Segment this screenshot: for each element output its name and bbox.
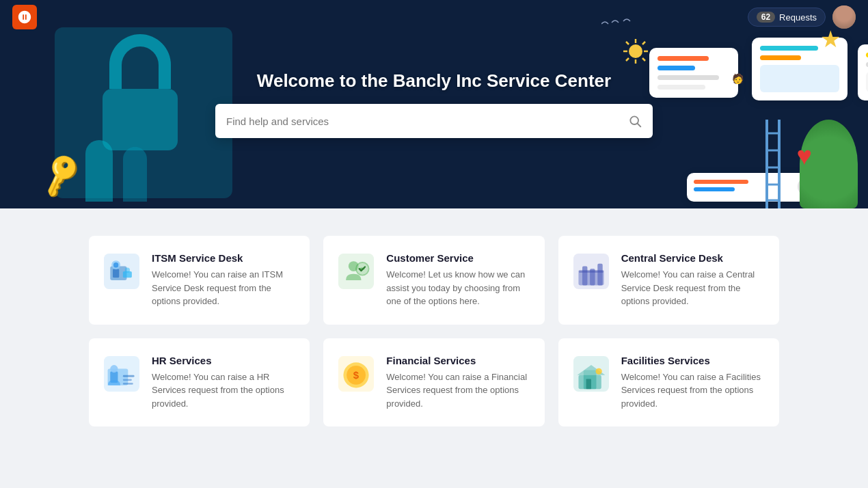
svg-rect-30 — [582, 267, 587, 286]
search-input[interactable] — [226, 116, 621, 127]
service-title-hr: HR Services — [152, 355, 296, 366]
service-card-central[interactable]: Central Service Desk Welcome! You can ra… — [558, 236, 779, 325]
search-icon — [628, 114, 642, 128]
svg-rect-33 — [578, 270, 603, 273]
services-grid: ITSM Service Desk Welcome! You can raise… — [89, 236, 779, 426]
svg-rect-48 — [586, 379, 591, 389]
service-title-customer: Customer Service — [386, 252, 530, 264]
svg-point-24 — [125, 267, 130, 272]
service-body-central: Central Service Desk Welcome! You can ra… — [621, 252, 765, 308]
service-icon-central — [572, 252, 610, 290]
padlock-body — [103, 89, 178, 150]
service-body-facilities: Facilities Services Welcome! You can rai… — [621, 355, 765, 411]
padlock-shape — [89, 14, 191, 150]
card1-line2 — [657, 66, 695, 70]
logo[interactable] — [12, 5, 37, 29]
silhouette-right — [123, 147, 147, 202]
avatar[interactable] — [832, 5, 856, 29]
service-card-itsm[interactable]: ITSM Service Desk Welcome! You can raise… — [89, 236, 310, 325]
svg-point-37 — [110, 365, 118, 372]
service-body-financial: Financial Services Welcome! You can rais… — [386, 355, 530, 411]
svg-line-6 — [642, 58, 645, 61]
service-desc-hr: Welcome! You can raise a HR Services req… — [152, 370, 296, 411]
silhouette-left — [85, 140, 113, 202]
svg-rect-32 — [597, 264, 602, 286]
service-card-facilities[interactable]: Facilities Services Welcome! You can rai… — [558, 338, 779, 427]
ill-card-3: 🧑 — [858, 44, 868, 100]
service-card-financial[interactable]: $ Financial Services Welcome! You can ra… — [323, 338, 544, 427]
svg-line-5 — [626, 42, 629, 44]
padlock-shackle — [109, 34, 171, 89]
service-desc-itsm: Welcome! You can raise an ITSM Service D… — [152, 268, 296, 308]
topbar-right: 62 Requests — [748, 5, 856, 29]
service-title-itsm: ITSM Service Desk — [152, 252, 296, 264]
requests-count: 62 — [757, 12, 775, 23]
service-desc-central: Welcome! You can raise a Central Service… — [621, 268, 765, 308]
service-body-customer: Customer Service Welcome! Let us know ho… — [386, 252, 530, 308]
card2-line2 — [760, 55, 801, 60]
ill-card-1: 🧑 — [649, 48, 738, 98]
service-title-financial: Financial Services — [386, 355, 530, 366]
service-desc-facilities: Welcome! You can raise a Facilities Serv… — [621, 370, 765, 411]
avatar-face — [832, 5, 856, 29]
card1-figure: 🧑 — [732, 73, 744, 84]
card1-line4 — [657, 85, 705, 90]
service-desc-financial: Welcome! You can raise a Financial Servi… — [386, 370, 530, 411]
search-bar[interactable] — [215, 104, 653, 138]
hero-title: Welcome to the Bancly Inc Service Center — [215, 70, 653, 92]
svg-line-7 — [642, 42, 645, 44]
card1-line1 — [657, 56, 709, 61]
heart-decoration: ♥ — [796, 141, 812, 171]
requests-label: Requests — [779, 12, 817, 23]
hero-content: Welcome to the Bancly Inc Service Center — [215, 70, 653, 138]
svg-line-8 — [626, 58, 629, 61]
card1-line3 — [657, 75, 719, 80]
svg-rect-20 — [113, 269, 119, 277]
sun-decoration — [622, 38, 649, 68]
service-card-hr[interactable]: HR Services Welcome! You can raise a HR … — [89, 338, 310, 427]
service-body-hr: HR Services Welcome! You can raise a HR … — [152, 355, 296, 411]
svg-rect-39 — [123, 379, 132, 381]
svg-point-22 — [113, 262, 118, 267]
card2-image — [760, 65, 839, 92]
service-icon-itsm — [103, 252, 141, 290]
search-button[interactable] — [628, 114, 642, 128]
service-icon-financial: $ — [337, 355, 375, 393]
main-content: ITSM Service Desk Welcome! You can raise… — [0, 208, 868, 454]
service-desc-customer: Welcome! Let us know how we can assist y… — [386, 268, 530, 308]
svg-rect-40 — [123, 383, 133, 385]
bottom-card-line2 — [694, 187, 735, 191]
svg-point-50 — [595, 368, 601, 374]
svg-rect-38 — [123, 375, 135, 377]
logo-icon — [17, 10, 32, 25]
svg-line-17 — [638, 124, 641, 127]
svg-point-0 — [629, 44, 642, 58]
ill-card-2: ★ — [752, 38, 847, 100]
bottom-card-line1 — [694, 180, 748, 184]
service-title-facilities: Facilities Services — [621, 355, 765, 366]
service-body-itsm: ITSM Service Desk Welcome! You can raise… — [152, 252, 296, 308]
ladder-decoration — [763, 120, 783, 208]
service-icon-customer — [337, 252, 375, 290]
service-icon-facilities — [572, 355, 610, 393]
card2-line1 — [760, 46, 818, 51]
service-title-central: Central Service Desk — [621, 252, 765, 264]
hero-section: 62 Requests 🔑 — [0, 0, 868, 208]
service-icon-hr — [103, 355, 141, 393]
topbar: 62 Requests — [0, 0, 868, 34]
service-card-customer[interactable]: Customer Service Welcome! Let us know ho… — [323, 236, 544, 325]
requests-badge[interactable]: 62 Requests — [748, 8, 826, 27]
svg-text:$: $ — [353, 370, 360, 381]
